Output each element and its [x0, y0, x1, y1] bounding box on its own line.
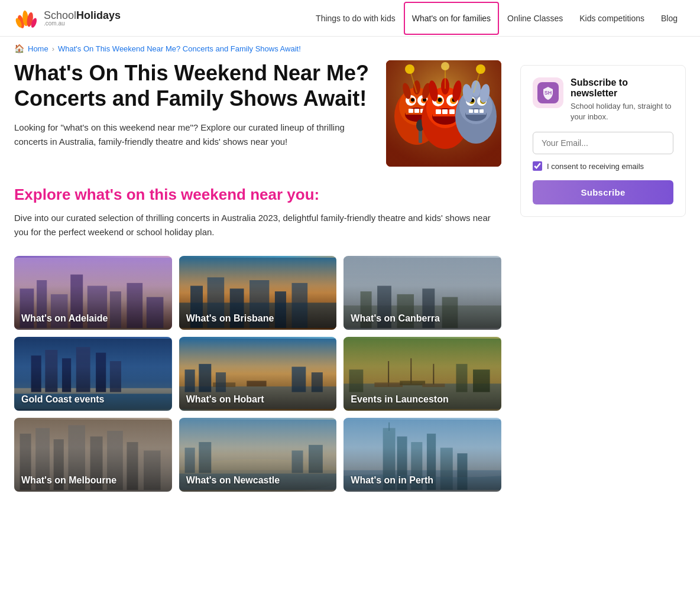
nav-link-kids-competitions[interactable]: Kids competitions: [571, 2, 653, 35]
svg-rect-51: [469, 109, 473, 113]
logo[interactable]: SchoolHolidays .com.au: [14, 6, 121, 31]
newsletter-consent: I consent to receiving emails: [533, 161, 673, 171]
logo-holidays: Holidays: [76, 9, 121, 21]
breadcrumb-separator: ›: [52, 44, 54, 53]
city-label-melbourne: What's on Melbourne: [14, 469, 124, 492]
city-card-perth[interactable]: What's on in Perth: [343, 418, 501, 492]
city-card-canberra[interactable]: What's on Canberra: [343, 256, 501, 330]
svg-text:SH: SH: [545, 90, 552, 96]
hero-description: Looking for "what's on this weekend near…: [14, 121, 372, 149]
city-label-launceston: Events in Launceston: [343, 388, 455, 411]
svg-rect-37: [449, 109, 455, 114]
breadcrumb: 🏠 Home › What's On This Weekend Near Me?…: [0, 37, 700, 60]
city-label-hobart: What's on Hobart: [179, 388, 271, 411]
nav-link-things-to-do[interactable]: Things to do with kids: [307, 2, 404, 35]
subscribe-button[interactable]: Subscribe: [533, 180, 673, 204]
muppet-svg: [386, 60, 501, 167]
explore-title: Explore what's on this weekend near you:: [14, 186, 501, 204]
svg-rect-36: [442, 109, 448, 114]
city-label-newcastle: What's on Newcastle: [179, 469, 287, 492]
city-card-goldcoast[interactable]: Gold Coast events: [14, 337, 172, 411]
city-card-hobart[interactable]: What's on Hobart: [179, 337, 337, 411]
city-label-perth: What's on in Perth: [343, 469, 440, 492]
svg-rect-17: [409, 109, 413, 113]
email-input[interactable]: [533, 132, 673, 154]
breadcrumb-current-link[interactable]: What's On This Weekend Near Me? Concerts…: [58, 44, 301, 53]
sidebar: SH Subscribe to newsletter School holida…: [520, 60, 686, 492]
nav-item-kids-competitions[interactable]: Kids competitions: [571, 2, 653, 35]
nav-item-online-classes[interactable]: Online Classes: [499, 2, 571, 35]
nav-link-whats-on-families[interactable]: What's on for families: [404, 2, 499, 35]
nav-link-online-classes[interactable]: Online Classes: [499, 2, 571, 35]
svg-rect-52: [474, 109, 478, 113]
city-label-goldcoast: Gold Coast events: [14, 388, 111, 411]
city-card-melbourne[interactable]: What's on Melbourne: [14, 418, 172, 492]
main-layout: What's On This Weekend Near Me? Concerts…: [0, 60, 700, 515]
city-label-adelaide: What's on Adelaide: [14, 307, 115, 330]
logo-school: School: [44, 9, 76, 21]
breadcrumb-home-link[interactable]: Home: [28, 44, 48, 53]
home-icon: 🏠: [14, 44, 24, 53]
newsletter-icon: SH: [537, 82, 559, 103]
city-grid: What's on Adelaide: [14, 256, 501, 492]
nav-item-blog[interactable]: Blog: [653, 2, 686, 35]
nav-links: Things to do with kids What's on for fam…: [307, 2, 686, 35]
muppet-illustration: [386, 60, 501, 167]
hero-image: [386, 60, 501, 167]
hero-title: What's On This Weekend Near Me? Concerts…: [14, 60, 372, 111]
nav-item-things-to-do[interactable]: Things to do with kids: [307, 2, 404, 35]
svg-rect-35: [436, 109, 441, 114]
svg-point-31: [438, 98, 442, 102]
logo-domain: .com.au: [44, 21, 121, 27]
svg-rect-53: [479, 109, 484, 113]
city-card-newcastle[interactable]: What's on Newcastle: [179, 418, 337, 492]
city-card-adelaide[interactable]: What's on Adelaide: [14, 256, 172, 330]
logo-icon: [14, 6, 39, 31]
city-label-canberra: What's on Canberra: [343, 307, 447, 330]
newsletter-box: SH Subscribe to newsletter School holida…: [520, 65, 686, 217]
nav-item-whats-on-families[interactable]: What's on for families: [404, 2, 499, 35]
logo-text: SchoolHolidays .com.au: [44, 10, 121, 27]
newsletter-icon-wrapper: SH: [533, 77, 563, 108]
content-area: What's On This Weekend Near Me? Concerts…: [14, 60, 501, 492]
svg-rect-18: [414, 109, 419, 113]
explore-description: Dive into our curated selection of thril…: [14, 211, 501, 239]
newsletter-svg-icon: SH: [541, 86, 555, 100]
newsletter-text: Subscribe to newsletter School holiday f…: [571, 77, 673, 122]
consent-checkbox[interactable]: [533, 161, 542, 171]
newsletter-title: Subscribe to newsletter: [571, 77, 673, 99]
city-label-brisbane: What's on Brisbane: [179, 307, 281, 330]
nav-link-blog[interactable]: Blog: [653, 2, 686, 35]
consent-label: I consent to receiving emails: [547, 162, 644, 171]
newsletter-header: SH Subscribe to newsletter School holida…: [533, 77, 673, 122]
newsletter-subtitle: School holiday fun, straight to your inb…: [571, 101, 673, 122]
hero-section: What's On This Weekend Near Me? Concerts…: [14, 60, 501, 167]
main-nav: SchoolHolidays .com.au Things to do with…: [0, 0, 700, 37]
hero-text: What's On This Weekend Near Me? Concerts…: [14, 60, 372, 149]
svg-point-13: [411, 98, 414, 102]
city-card-launceston[interactable]: Events in Launceston: [343, 337, 501, 411]
city-card-brisbane[interactable]: What's on Brisbane: [179, 256, 337, 330]
